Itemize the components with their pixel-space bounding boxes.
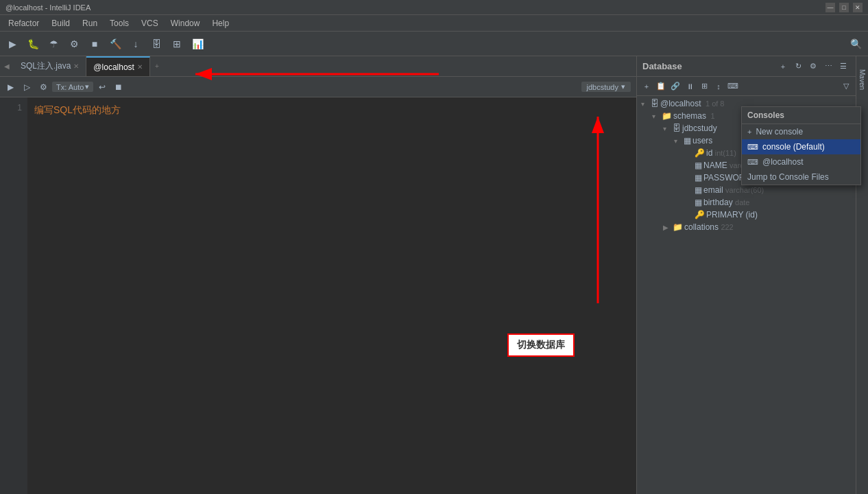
consoles-popup: Consoles + New console ⌨ console (Defaul… xyxy=(741,106,861,185)
title-controls: — □ ✕ xyxy=(825,3,863,12)
db-selector-icon: ▾ xyxy=(621,82,625,91)
tx-dropdown-icon: ▾ xyxy=(85,82,89,91)
db-toolbar-btn2[interactable]: 📋 xyxy=(654,80,668,93)
consoles-localhost-label: @localhost xyxy=(762,157,804,167)
tab-scroll-left[interactable]: ◀ xyxy=(0,56,14,76)
consoles-header: Consoles xyxy=(742,107,860,124)
db-toolbar-btn3[interactable]: 🔗 xyxy=(668,80,682,93)
tree-item-primary[interactable]: 🔑 PRIMARY (id) xyxy=(637,209,856,221)
tree-label-id: id int(11) xyxy=(706,148,736,158)
tree-label-localhost: @localhost 1 of 8 xyxy=(660,99,724,108)
tab-sql-java[interactable]: SQL注入.java ✕ xyxy=(14,56,86,76)
db-panel-header: Database + ↻ ⚙ ⋯ ☰ xyxy=(637,56,856,77)
tree-label-jdbcstudy: jdbcstudy xyxy=(682,124,717,133)
grid-button[interactable]: ⊞ xyxy=(167,34,186,54)
tx-label: Tx: Auto xyxy=(56,83,84,91)
consoles-item-new[interactable]: + New console xyxy=(742,124,860,139)
tab-localhost-label: @localhost xyxy=(93,62,134,72)
main-area: ◀ SQL注入.java ✕ @localhost ✕ + ▶ ▷ ⚙ Tx: … xyxy=(0,56,868,494)
tab-sql-java-label: SQL注入.java xyxy=(21,60,71,72)
jump-to-console-files[interactable]: Jump to Console Files xyxy=(742,169,860,185)
stop-button[interactable]: ■ xyxy=(85,34,104,54)
maven-tab[interactable]: Maven xyxy=(856,59,869,100)
close-button[interactable]: ✕ xyxy=(853,3,863,12)
tab-sql-java-close[interactable]: ✕ xyxy=(73,62,79,70)
consoles-item-localhost[interactable]: ⌨ @localhost xyxy=(742,154,860,169)
tab-new[interactable]: + xyxy=(150,56,164,76)
step-button[interactable]: ↓ xyxy=(126,34,145,54)
code-editor[interactable]: 1 编写SQL代码的地方 切换数据库 xyxy=(0,97,636,494)
tree-label-users: users xyxy=(692,136,712,145)
tab-localhost[interactable]: @localhost ✕ xyxy=(86,56,150,76)
tree-label-email: email varchar(60) xyxy=(703,185,764,195)
tree-label-primary: PRIMARY (id) xyxy=(706,210,758,220)
tree-label-birthday: birthday date xyxy=(703,198,749,207)
db-config-button[interactable]: ⚙ xyxy=(806,60,820,73)
menu-tools[interactable]: Tools xyxy=(104,17,134,30)
tree-arrow-jdbcstudy: ▾ xyxy=(663,125,671,132)
db-add-button[interactable]: + xyxy=(776,60,790,73)
db-selector-label: jdbcstudy xyxy=(587,83,618,91)
db-button[interactable]: 🗄 xyxy=(147,34,166,54)
profile-button[interactable]: ⚙ xyxy=(64,34,84,54)
editor-hint: 编写SQL代码的地方 xyxy=(34,104,121,117)
db-toolbar-btn6[interactable]: ↕ xyxy=(712,80,725,93)
tree-arrow-users: ▾ xyxy=(674,137,682,145)
maximize-button[interactable]: □ xyxy=(839,3,849,12)
consoles-item-default[interactable]: ⌨ console (Default) xyxy=(742,139,860,154)
menu-window[interactable]: Window xyxy=(165,17,206,30)
annotation-box: 切换数据库 xyxy=(507,333,575,357)
annotation-text: 切换数据库 xyxy=(517,339,565,350)
editor-area: ◀ SQL注入.java ✕ @localhost ✕ + ▶ ▷ ⚙ Tx: … xyxy=(0,56,636,494)
tree-arrow-localhost: ▾ xyxy=(641,100,649,108)
tree-item-birthday[interactable]: ▦ birthday date xyxy=(637,196,856,209)
console-default-icon: ⌨ xyxy=(747,143,758,152)
db-more-button[interactable]: ⋯ xyxy=(821,60,835,73)
db-toolbar-btn7[interactable]: ⌨ xyxy=(726,80,740,93)
sql-toolbar: ▶ ▷ ⚙ Tx: Auto ▾ ↩ ⏹ jdbcstudy ▾ xyxy=(0,77,636,97)
sql-run-file-button[interactable]: ▷ xyxy=(19,80,34,95)
jump-label: Jump to Console Files xyxy=(747,172,829,182)
db-toolbar-filter[interactable]: ▽ xyxy=(839,80,853,93)
menu-build[interactable]: Build xyxy=(46,17,75,30)
new-console-icon: + xyxy=(747,128,751,136)
sql-stop-button[interactable]: ⏹ xyxy=(111,80,126,95)
db-toolbar-btn1[interactable]: + xyxy=(640,80,653,93)
coverage-button[interactable]: ☂ xyxy=(44,34,63,54)
toolbar: ▶ 🐛 ☂ ⚙ ■ 🔨 ↓ 🗄 ⊞ 📊 🔍 xyxy=(0,32,868,56)
tree-item-email[interactable]: ▦ email varchar(60) xyxy=(637,184,856,196)
tab-bar: ◀ SQL注入.java ✕ @localhost ✕ + xyxy=(0,56,636,77)
db-filter-button[interactable]: ☰ xyxy=(836,60,850,73)
menu-help[interactable]: Help xyxy=(206,17,234,30)
minimize-button[interactable]: — xyxy=(825,3,835,12)
menu-bar: Refactor Build Run Tools VCS Window Help xyxy=(0,15,868,32)
db-selector[interactable]: jdbcstudy ▾ xyxy=(581,82,631,92)
tree-arrow-collations: ▶ xyxy=(663,224,671,231)
tree-label-schemas: schemas 1 xyxy=(673,111,715,121)
debug-button[interactable]: 🐛 xyxy=(23,34,43,54)
sql-settings-button[interactable]: ⚙ xyxy=(36,80,51,95)
consoles-new-label: New console xyxy=(756,127,803,137)
consoles-default-label: console (Default) xyxy=(762,142,825,152)
line-numbers: 1 xyxy=(0,97,27,494)
menu-refactor[interactable]: Refactor xyxy=(3,17,45,30)
sql-run-button[interactable]: ▶ xyxy=(3,80,18,95)
console-localhost-icon: ⌨ xyxy=(747,158,758,167)
tree-item-collations[interactable]: ▶ 📁 collations 222 xyxy=(637,221,856,233)
search-everywhere-button[interactable]: 🔍 xyxy=(846,34,865,54)
sql-undo-button[interactable]: ↩ xyxy=(95,80,110,95)
db-panel-title: Database xyxy=(642,61,682,71)
build-button[interactable]: 🔨 xyxy=(106,34,125,54)
tab-localhost-close[interactable]: ✕ xyxy=(137,63,143,71)
run-button[interactable]: ▶ xyxy=(3,34,22,54)
title-text: @localhost - IntelliJ IDEA xyxy=(5,3,91,12)
tree-arrow-schemas: ▾ xyxy=(652,113,660,120)
db-toolbar-btn4[interactable]: ⏸ xyxy=(683,80,697,93)
db-refresh-button[interactable]: ↻ xyxy=(791,60,805,73)
chart-button[interactable]: 📊 xyxy=(188,34,207,54)
db-toolbar-btn5[interactable]: ⊞ xyxy=(697,80,711,93)
menu-run[interactable]: Run xyxy=(77,17,103,30)
tx-selector[interactable]: Tx: Auto ▾ xyxy=(52,82,93,92)
tree-label-collations: collations 222 xyxy=(684,222,734,232)
menu-vcs[interactable]: VCS xyxy=(136,17,164,30)
